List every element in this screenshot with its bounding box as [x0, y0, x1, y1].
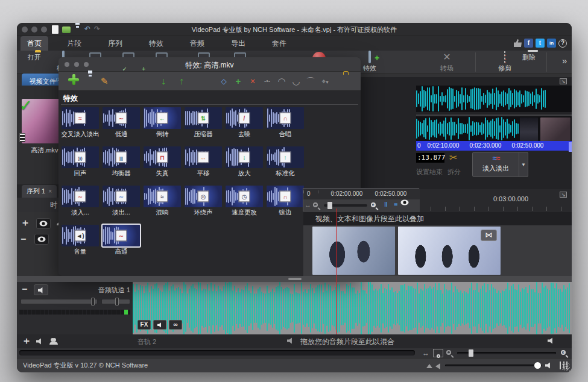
track-divider[interactable] — [17, 276, 572, 282]
effect-tile[interactable]: ↕ 放大 — [224, 146, 265, 185]
open-button[interactable]: 打开 — [21, 52, 48, 62]
effect-tile[interactable]: ◷ 速度更改 — [224, 185, 265, 224]
move-up-button[interactable]: ↑ — [174, 74, 189, 89]
dialog-title-bar[interactable]: 特效: 高清.mkv — [58, 57, 361, 72]
add-effect-button[interactable] — [61, 74, 75, 89]
effect-tile[interactable]: / 去噪 — [224, 107, 265, 146]
effect-tile[interactable]: ∼ 高通 — [101, 224, 142, 263]
add-to-clip-button[interactable]: + — [136, 74, 150, 89]
collapse-track-button[interactable]: − — [22, 284, 27, 295]
transition-button[interactable]: ⋈ — [481, 230, 497, 241]
effect-tile[interactable]: ⊓ 失真 — [142, 146, 183, 185]
tab-export[interactable]: 导出 — [224, 36, 252, 51]
effect-tile[interactable]: ↔ 平移 — [183, 146, 224, 185]
facebook-icon[interactable]: f — [524, 39, 533, 48]
smooth-curve-icon[interactable]: ⌒ — [303, 74, 318, 89]
tab-home[interactable]: 首页 — [21, 36, 48, 51]
video-clip-2[interactable]: ⋈ — [398, 227, 501, 275]
move-down-button[interactable]: ↓ — [156, 74, 171, 89]
zoom-handle[interactable] — [469, 349, 473, 357]
sequence-tab[interactable]: 序列 1× — [22, 185, 57, 198]
ribbon-overflow-button[interactable]: » — [562, 55, 567, 66]
transitions-button[interactable]: ✕ 转场 — [433, 52, 461, 73]
clip-waveform-top[interactable] — [416, 86, 572, 112]
people-icon[interactable] — [49, 337, 58, 348]
close-icon[interactable]: × — [48, 188, 52, 195]
effect-tile[interactable]: ∼ 低通 — [101, 107, 142, 146]
remove-track-button[interactable]: − — [21, 234, 26, 244]
effect-tile[interactable]: ))) 回声 — [60, 146, 101, 185]
timeline-zoom-in[interactable]: + — [561, 350, 566, 355]
playhead[interactable] — [336, 208, 337, 334]
delete-button[interactable]: 删除 — [515, 52, 543, 62]
lock-nodes-icon[interactable] — [335, 74, 349, 89]
effect-tile[interactable]: ∼ 淡入... — [60, 185, 101, 224]
fx-button[interactable]: FX — [138, 320, 151, 330]
pause-icon[interactable]: ‖ — [384, 201, 387, 208]
linear-segment-icon[interactable]: -•- — [260, 74, 274, 89]
zoom-slider[interactable] — [324, 204, 367, 207]
mute-track-button[interactable] — [34, 284, 48, 295]
linkedin-icon[interactable]: in — [547, 39, 556, 48]
effect-tile[interactable]: ∩ 镶边 — [265, 185, 306, 224]
resize-grip[interactable] — [562, 363, 570, 371]
clip-mini-ruler[interactable]: 0 0:02:00.000 0:02:50.000 — [303, 189, 420, 199]
media-clip-thumbnail[interactable]: ✓ — [22, 99, 62, 143]
zoom-out-icon[interactable]: − — [313, 202, 318, 207]
tab-effects[interactable]: 特效 — [142, 36, 170, 51]
speaker-icon[interactable] — [36, 338, 43, 345]
node-tool-icon[interactable]: ⌖▾ — [318, 74, 332, 89]
volume-slider[interactable] — [21, 299, 98, 304]
effect-tile[interactable]: ∩ 合唱 — [265, 107, 306, 146]
track-visibility-button[interactable] — [36, 218, 51, 229]
help-icon[interactable]: ? — [558, 39, 567, 48]
effect-tile[interactable]: ∼ 淡出... — [101, 185, 142, 224]
marker-up-icon[interactable] — [426, 364, 432, 368]
zoom-fit-button[interactable] — [433, 349, 443, 357]
master-volume-slider[interactable] — [445, 365, 542, 366]
effect-tile[interactable]: ≈ 交叉淡入淡出 — [60, 107, 101, 146]
zoom-slider-handle[interactable] — [327, 202, 332, 209]
add-track-button[interactable]: ＋ — [21, 218, 30, 228]
tracks-icon[interactable]: ≡ — [394, 201, 397, 208]
tab-suite[interactable]: 套件 — [265, 36, 293, 51]
video-clip-1[interactable] — [312, 227, 395, 275]
clip-waveform-bottom[interactable] — [416, 114, 572, 141]
popout-icon[interactable]: ↘ — [560, 192, 567, 198]
effect-tile[interactable]: ≈ 混响 — [142, 185, 183, 224]
speaker-icon[interactable] — [548, 337, 554, 344]
add-keyframe-icon[interactable]: + — [231, 74, 245, 89]
pan-icon[interactable]: ↔ — [305, 201, 311, 208]
tab-clip[interactable]: 片段 — [60, 36, 88, 51]
tab-sequence[interactable]: 序列 — [101, 36, 129, 51]
volume-handle[interactable] — [534, 362, 541, 369]
clip-mute-button[interactable] — [153, 320, 166, 330]
audio-clip[interactable]: FX ∞ — [133, 282, 572, 334]
timeline-zoom-out[interactable]: − — [446, 350, 451, 355]
delete-keyframe-icon[interactable]: ✕ — [245, 74, 260, 89]
speaker-icon[interactable] — [545, 362, 552, 369]
popout-icon[interactable]: ↘ — [560, 78, 567, 84]
zoom-in-icon[interactable]: + — [371, 202, 376, 207]
add-audio-track-button[interactable]: ＋ — [22, 335, 31, 348]
preview-eye-icon[interactable] — [401, 200, 409, 205]
marker-left-icon[interactable] — [435, 363, 440, 369]
track2-visibility-button[interactable] — [34, 234, 49, 245]
apply-to-clip-button[interactable]: ✓ — [118, 74, 132, 89]
divider-handle[interactable] — [288, 278, 302, 280]
loop-button[interactable]: ∞ — [169, 320, 182, 330]
timeline-ruler-right[interactable]: 0:03:00.000 0:04:00.000 — [416, 189, 572, 212]
effect-tile[interactable]: ↑ 标准化 — [265, 146, 306, 185]
tab-audio[interactable]: 音频 — [183, 36, 211, 51]
curve-up-icon[interactable]: ◠ — [274, 74, 289, 89]
like-icon[interactable] — [514, 39, 522, 47]
overlay-track-hint[interactable]: 视频、文本和图像片段至此以叠加 — [303, 212, 572, 225]
fit-timeline-icon[interactable]: ↔ — [422, 349, 429, 357]
set-end-button[interactable]: 设置结束 — [416, 168, 443, 177]
effect-tile[interactable]: ◎ 环绕声 — [183, 185, 224, 224]
edit-button[interactable]: ✎ — [97, 74, 112, 89]
effect-tile[interactable]: ||| 均衡器 — [101, 146, 142, 185]
split-button[interactable]: 拆分 — [447, 168, 461, 177]
effect-tile[interactable]: ← 倒转 — [142, 107, 183, 146]
curve-down-icon[interactable]: ◡ — [289, 74, 303, 89]
